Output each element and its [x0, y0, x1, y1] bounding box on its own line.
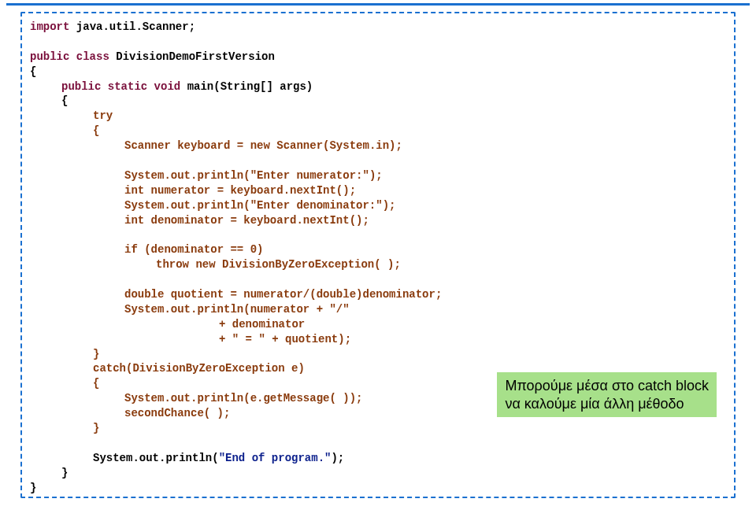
code-line: double quotient = numerator/(double)deno…	[30, 287, 726, 302]
code-text: System.out.println(e.getMessage( ));	[124, 392, 362, 405]
code-text: )denominator;	[356, 288, 442, 301]
brace: {	[93, 124, 99, 137]
code-line: int numerator = keyboard.nextInt();	[30, 183, 726, 198]
code-text: main(String[] args)	[180, 80, 313, 93]
code-line: {	[30, 65, 726, 79]
code-line: public static void main(String[] args)	[30, 79, 726, 94]
keyword: try	[93, 109, 113, 122]
code-text: DivisionByZeroException( );	[216, 258, 401, 271]
brace: }	[93, 422, 99, 434]
code-line: }	[30, 347, 726, 362]
code-text: quotient = numerator/(	[164, 288, 316, 301]
keyword: double	[317, 288, 356, 301]
code-line: try	[30, 109, 726, 124]
string: "Enter numerator:"	[250, 169, 369, 182]
code-text: );	[369, 169, 383, 182]
code-line: int denominator = keyboard.nextInt();	[30, 213, 726, 228]
code-text: + denominator	[219, 318, 305, 331]
blank-line	[30, 436, 726, 451]
keyword: public class	[30, 50, 109, 63]
code-line: {	[30, 94, 726, 109]
code-text: System.out.println(	[124, 199, 250, 212]
callout-line: Μπορούμε μέσα στο catch block	[505, 377, 709, 395]
code-text: (DivisionByZeroException e)	[126, 362, 305, 375]
code-line: Scanner keyboard = new Scanner(System.in…	[30, 139, 726, 153]
code-line: + " = " + quotient);	[30, 332, 726, 347]
string: "Enter denominator:"	[250, 199, 383, 212]
code-text: denominator = keyboard.nextInt();	[144, 214, 369, 227]
code-text: System.out.println(numerator +	[124, 303, 329, 316]
code-line: System.out.println("End of program.");	[30, 451, 726, 466]
keyword: import	[30, 20, 69, 33]
code-line: {	[30, 124, 726, 139]
code-text: secondChance( );	[124, 407, 230, 419]
string: "End of program."	[219, 452, 332, 464]
code-text: +	[219, 333, 232, 345]
keyword: int	[124, 214, 144, 227]
keyword: int	[124, 184, 144, 197]
keyword: catch	[93, 362, 126, 375]
code-line: System.out.println(numerator + "/"	[30, 302, 726, 317]
code-line: if (denominator == 0)	[30, 242, 726, 257]
code-line: System.out.println("Enter numerator:");	[30, 168, 726, 183]
code-line: }	[30, 421, 726, 436]
code-line: import java.util.Scanner;	[30, 20, 726, 35]
code-line: throw new DivisionByZeroException( );	[30, 257, 726, 272]
callout-line: να καλούμε μία άλλη μέθοδο	[505, 395, 709, 413]
brace: }	[93, 348, 99, 360]
blank-line	[30, 35, 726, 50]
code-text: );	[383, 199, 396, 212]
brace: {	[93, 377, 99, 390]
code-text: DivisionDemoFirstVersion	[109, 50, 275, 63]
keyword: throw new	[156, 258, 216, 271]
code-text: (denominator == 0)	[138, 243, 264, 256]
code-text: Scanner keyboard =	[124, 139, 250, 152]
code-text: System.out.println(	[124, 169, 250, 182]
string: "/"	[329, 303, 349, 316]
code-text: java.util.Scanner;	[69, 20, 195, 33]
annotation-callout: Μπορούμε μέσα στο catch block να καλούμε…	[497, 372, 717, 417]
keyword: public static void	[61, 80, 180, 93]
code-line: }	[30, 466, 726, 481]
blank-line	[30, 153, 726, 168]
keyword: double	[124, 288, 164, 301]
header-rule	[6, 3, 750, 6]
code-text: numerator = keyboard.nextInt();	[144, 184, 356, 197]
blank-line	[30, 272, 726, 287]
code-text: Scanner(System.in);	[270, 139, 402, 152]
code-text: );	[331, 452, 344, 464]
string: " = "	[232, 333, 265, 345]
code-line: + denominator	[30, 317, 726, 332]
keyword: if	[124, 243, 138, 256]
code-container: import java.util.Scanner; public class D…	[20, 12, 736, 498]
code-text: + quotient);	[265, 333, 351, 345]
keyword: new	[250, 139, 270, 152]
code-text: System.out.println(	[93, 452, 219, 464]
code-line: public class DivisionDemoFirstVersion	[30, 50, 726, 65]
code-line: System.out.println("Enter denominator:")…	[30, 198, 726, 213]
code-line: }	[30, 481, 726, 496]
blank-line	[30, 227, 726, 242]
